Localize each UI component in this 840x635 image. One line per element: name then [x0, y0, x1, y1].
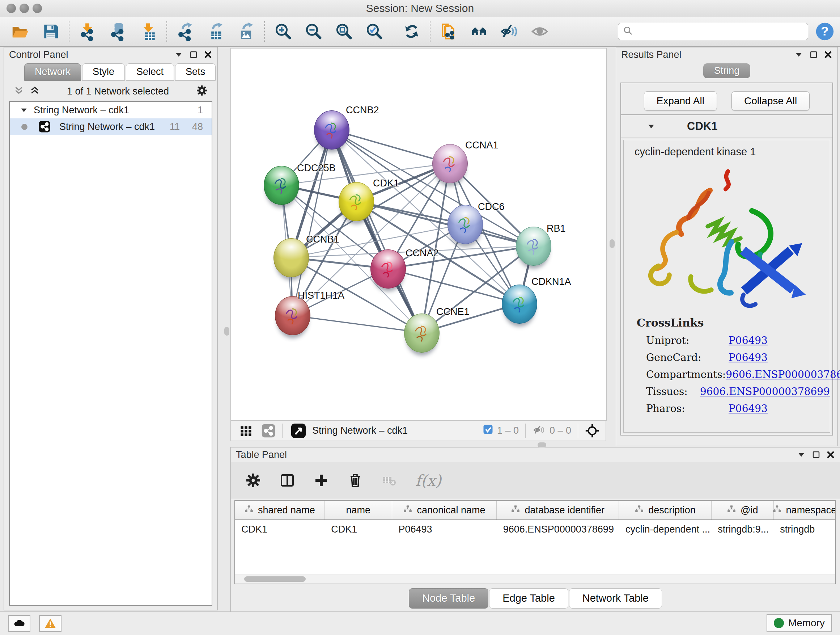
splitter-handle[interactable] [538, 442, 546, 448]
table-cell[interactable]: CDK1 [235, 520, 325, 538]
zoom-selected-button[interactable] [359, 20, 389, 43]
float-panel-icon[interactable] [794, 50, 804, 59]
expand-all-networks-icon[interactable] [29, 85, 40, 97]
selected-checkbox-icon[interactable] [483, 424, 493, 437]
splitter-handle[interactable] [609, 239, 615, 248]
close-panel-icon[interactable] [204, 50, 212, 59]
network-collection-row[interactable]: String Network – cdk1 1 [10, 102, 212, 119]
minimize-window-button[interactable] [19, 4, 29, 13]
scrollbar-thumb[interactable] [244, 576, 306, 582]
network-node-ccna2[interactable] [370, 249, 406, 288]
hidden-eye-icon[interactable] [532, 423, 546, 439]
search-input[interactable] [633, 26, 804, 38]
network-canvas[interactable]: CCNB2 CCNA1 CDC25B CDK1 CDC6 RB1CCNB1 CC… [231, 48, 607, 421]
table-settings-gear-icon[interactable] [245, 472, 261, 488]
table-row[interactable]: CDK1CDK1P064939606.ENSP00000378699cyclin… [235, 520, 835, 538]
crosslink-link[interactable]: 9606.ENSP00000378699 [726, 369, 840, 380]
gene-entry-header[interactable]: CDK1 [621, 115, 832, 138]
show-columns-icon[interactable] [279, 472, 295, 488]
apply-preferred-layout-button[interactable] [396, 20, 427, 43]
export-table-button[interactable] [201, 20, 231, 43]
cloud-button[interactable] [8, 615, 30, 632]
crosslink-link[interactable]: P06493 [729, 402, 767, 415]
splitter-handle[interactable] [224, 327, 229, 336]
column-header[interactable]: namespace [774, 501, 835, 520]
import-table-button[interactable] [133, 20, 164, 43]
import-network-file-button[interactable] [73, 20, 103, 43]
network-node-ccne1[interactable] [404, 314, 439, 353]
memory-button[interactable]: Memory [767, 614, 832, 632]
maximize-panel-icon[interactable] [809, 50, 818, 59]
delete-column-icon[interactable] [347, 472, 363, 488]
results-panel-header: Results Panel [616, 48, 837, 62]
network-node-cdc25b[interactable] [264, 166, 299, 205]
tab-string[interactable]: String [703, 63, 751, 78]
tab-edge-table[interactable]: Edge Table [489, 588, 568, 608]
export-network-button[interactable] [170, 20, 201, 43]
export-image-button[interactable] [231, 20, 261, 43]
network-node-cdk1[interactable] [339, 182, 374, 221]
network-node-ccnb1[interactable] [273, 238, 309, 277]
zoom-out-button[interactable] [298, 20, 328, 43]
table-cell[interactable]: stringdb [774, 520, 835, 538]
open-session-button[interactable] [5, 20, 35, 43]
tab-sets[interactable]: Sets [175, 63, 216, 81]
network-options-gear-icon[interactable] [196, 84, 208, 98]
warnings-button[interactable] [39, 615, 62, 632]
tab-style[interactable]: Style [82, 63, 125, 81]
tab-network[interactable]: Network [24, 63, 81, 81]
birds-eye-view-icon[interactable] [291, 423, 306, 439]
close-panel-icon[interactable] [824, 50, 832, 59]
float-panel-icon[interactable] [797, 450, 806, 459]
zoom-fit-button[interactable] [328, 20, 359, 43]
zoom-in-button[interactable] [268, 20, 298, 43]
maximize-window-button[interactable] [33, 4, 42, 13]
horizontal-scrollbar[interactable] [235, 575, 835, 584]
network-share-gray-icon[interactable] [261, 424, 276, 438]
help-button[interactable]: ? [815, 21, 835, 42]
gene-collapse-icon[interactable] [646, 122, 656, 131]
column-header[interactable]: name [325, 501, 392, 520]
collapse-all-button[interactable]: Collapse All [731, 91, 810, 111]
crosslink-link[interactable]: P06493 [729, 352, 767, 363]
column-header[interactable]: shared name [235, 501, 325, 520]
network-node-ccnb2[interactable] [314, 111, 349, 149]
table-cell[interactable]: CDK1 [325, 520, 392, 538]
collection-expand-icon[interactable] [19, 105, 28, 115]
tab-select[interactable]: Select [126, 63, 174, 81]
table-cell[interactable]: P06493 [392, 520, 496, 538]
hide-graphics-details-button[interactable] [494, 20, 524, 43]
add-column-icon[interactable] [313, 472, 329, 488]
table-cell[interactable]: stringdb:9... [711, 520, 774, 538]
clone-network-button[interactable] [433, 20, 464, 43]
float-panel-icon[interactable] [174, 50, 183, 59]
network-row-selected[interactable]: String Network – cdk1 11 48 [10, 119, 212, 135]
network-node-rb1[interactable] [516, 226, 551, 266]
collapse-all-networks-icon[interactable] [13, 85, 24, 97]
import-network-database-button[interactable] [103, 20, 133, 43]
network-node-hist1h1a[interactable] [275, 296, 310, 335]
crosslink-link[interactable]: 9606.ENSP00000378699 [700, 386, 830, 397]
tab-network-table[interactable]: Network Table [569, 588, 662, 608]
maximize-panel-icon[interactable] [189, 50, 198, 59]
column-header[interactable]: canonical name [392, 501, 496, 520]
crosslink-link[interactable]: P06493 [729, 334, 767, 347]
crosshair-icon[interactable] [584, 423, 600, 439]
network-node-cdkn1a[interactable] [502, 285, 537, 324]
show-graphics-details-button[interactable] [524, 20, 555, 43]
string-home-button[interactable] [464, 20, 494, 43]
maximize-panel-icon[interactable] [812, 450, 821, 459]
search-field[interactable] [618, 23, 808, 40]
table-cell[interactable]: 9606.ENSP00000378699 [497, 520, 619, 538]
column-header[interactable]: description [619, 501, 711, 520]
expand-all-button[interactable]: Expand All [644, 91, 717, 111]
close-panel-icon[interactable] [826, 450, 835, 459]
column-header[interactable]: database identifier [497, 501, 619, 520]
close-window-button[interactable] [6, 4, 16, 13]
tab-node-table[interactable]: Node Table [409, 588, 488, 608]
table-cell[interactable]: cyclin-dependent ... [619, 520, 711, 538]
network-node-ccna1[interactable] [432, 144, 468, 183]
save-session-button[interactable] [35, 20, 66, 43]
grid-view-icon[interactable] [239, 424, 253, 438]
column-header[interactable]: @id [711, 501, 774, 520]
